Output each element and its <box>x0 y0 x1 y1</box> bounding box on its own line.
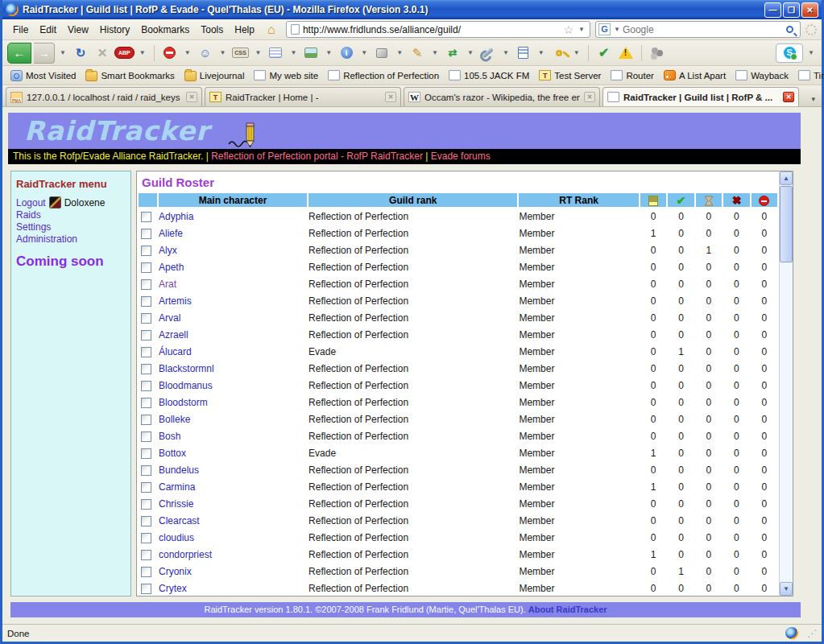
forms-icon[interactable] <box>266 43 285 63</box>
resize-icon[interactable] <box>443 43 462 63</box>
images-icon[interactable] <box>301 43 321 63</box>
bookmark-item[interactable]: TTest Server <box>536 68 604 82</box>
character-link[interactable]: Alyx <box>159 245 177 256</box>
character-link[interactable]: Clearcast <box>159 515 200 526</box>
skype-dropdown-icon[interactable]: ▼ <box>805 49 817 56</box>
footer-link[interactable]: About <box>528 605 554 614</box>
character-link[interactable]: Azraell <box>159 329 188 341</box>
row-checkbox[interactable] <box>141 499 151 510</box>
options-dropdown-icon[interactable]: ▼ <box>571 49 582 56</box>
bookmark-item[interactable]: Reflection of Perfection <box>325 68 442 82</box>
character-link[interactable]: Bottox <box>159 448 186 459</box>
close-button[interactable]: ✕ <box>801 2 818 18</box>
url-input[interactable] <box>303 24 561 35</box>
row-checkbox[interactable] <box>141 347 151 357</box>
row-checkbox[interactable] <box>141 567 151 577</box>
view-source-icon[interactable] <box>514 43 533 63</box>
scrollbar-thumb[interactable] <box>780 186 793 262</box>
menu-bookmarks[interactable]: Bookmarks <box>135 22 195 38</box>
bookmark-item[interactable]: 105.5 JACK FM <box>445 68 532 82</box>
character-link[interactable]: Bloodstorm <box>159 397 208 408</box>
minimize-button[interactable]: — <box>764 2 781 18</box>
bookmark-item[interactable]: My web site <box>251 68 321 82</box>
character-link[interactable]: condorpriest <box>159 549 212 560</box>
character-link[interactable]: Cryonix <box>159 566 192 577</box>
character-link[interactable]: Bundelus <box>159 464 199 476</box>
skype-icon[interactable]: S <box>776 43 803 63</box>
row-checkbox[interactable] <box>141 262 151 273</box>
validator-warning-icon[interactable] <box>616 43 636 63</box>
character-link[interactable]: Arval <box>159 312 180 324</box>
adblock-icon[interactable]: ABP <box>114 43 135 63</box>
row-checkbox[interactable] <box>141 330 151 341</box>
resize-grip[interactable]: ⋰ <box>807 628 817 639</box>
css-icon[interactable]: CSS <box>230 43 250 63</box>
search-bar[interactable]: G ▼ <box>595 21 801 38</box>
row-checkbox[interactable] <box>141 381 151 391</box>
bookmark-item[interactable]: TinyURL <box>795 68 824 82</box>
footer-link[interactable]: RaidTracker <box>557 605 607 614</box>
bookmark-item[interactable]: Wayback <box>732 68 792 82</box>
sidebar-item-settings[interactable]: Settings <box>16 221 126 233</box>
bookmark-star-icon[interactable]: ☆ <box>561 23 577 36</box>
row-checkbox[interactable] <box>141 212 151 222</box>
row-checkbox[interactable] <box>141 550 151 560</box>
character-link[interactable]: Álucard <box>159 346 192 357</box>
banner-link[interactable]: Evade forums <box>431 151 491 162</box>
character-link[interactable]: Aliefe <box>159 228 183 239</box>
row-checkbox[interactable] <box>141 229 151 239</box>
home-icon[interactable]: ⌂ <box>262 23 281 37</box>
scrollbar-down-button[interactable]: ▼ <box>780 582 793 596</box>
stop-icon[interactable] <box>93 43 112 63</box>
tab-close-icon[interactable]: ✕ <box>584 92 595 102</box>
maximize-button[interactable]: ❐ <box>783 2 800 18</box>
menu-edit[interactable]: Edit <box>34 22 62 38</box>
row-checkbox[interactable] <box>141 246 151 256</box>
sidebar-item-raids[interactable]: Raids <box>16 209 126 221</box>
scrollbar-up-button[interactable]: ▲ <box>780 171 793 185</box>
row-checkbox[interactable] <box>141 431 151 442</box>
row-checkbox[interactable] <box>141 448 151 459</box>
bookmark-item[interactable]: Livejournal <box>181 68 248 83</box>
resize-dropdown-icon[interactable]: ▼ <box>465 49 476 56</box>
miscellaneous-dropdown-icon[interactable]: ▼ <box>394 49 405 56</box>
tools-icon[interactable] <box>478 43 498 63</box>
character-link[interactable]: Arat <box>159 279 176 290</box>
character-link[interactable]: Apeth <box>159 262 184 273</box>
disable-dropdown-icon[interactable]: ▼ <box>182 49 193 56</box>
menu-file[interactable]: File <box>7 22 34 38</box>
character-link[interactable]: Artemis <box>159 295 192 307</box>
banner-link[interactable]: Reflection of Perfection portal - RofP R… <box>211 151 423 162</box>
cookies-icon[interactable] <box>196 43 215 63</box>
row-checkbox[interactable] <box>141 279 151 290</box>
bookmark-item[interactable]: A List Apart <box>660 68 729 82</box>
back-history-dropdown-icon[interactable]: ▼ <box>57 49 68 56</box>
back-icon[interactable] <box>7 43 31 64</box>
images-dropdown-icon[interactable]: ▼ <box>323 49 334 56</box>
search-go-icon[interactable] <box>786 26 793 33</box>
character-link[interactable]: cloudius <box>159 532 194 543</box>
validator-check-icon[interactable] <box>594 43 614 63</box>
row-checkbox[interactable] <box>141 313 151 324</box>
adblock-dropdown-icon[interactable]: ▼ <box>137 49 148 56</box>
sidebar-item-administration[interactable]: Administration <box>16 233 126 246</box>
outline-dropdown-icon[interactable]: ▼ <box>429 49 441 56</box>
tab-close-icon[interactable]: ✕ <box>385 92 396 102</box>
css-dropdown-icon[interactable]: ▼ <box>252 49 263 56</box>
view-source-dropdown-icon[interactable]: ▼ <box>536 49 547 56</box>
menu-help[interactable]: Help <box>229 22 260 38</box>
character-link[interactable]: Blackstormnl <box>159 363 214 374</box>
logout-link[interactable]: Logout <box>16 197 46 208</box>
tab-list-dropdown-icon[interactable]: ▾ <box>808 95 818 106</box>
row-checkbox[interactable] <box>141 415 151 425</box>
tab[interactable]: WOccam's razor - Wikipedia, the free en.… <box>404 87 600 106</box>
molecule-icon[interactable] <box>648 43 667 63</box>
row-checkbox[interactable] <box>141 296 151 307</box>
scrollbar-track[interactable]: ▲ ▼ <box>779 171 793 596</box>
miscellaneous-icon[interactable] <box>372 43 391 63</box>
tab-close-icon[interactable]: ✕ <box>186 92 197 102</box>
options-icon[interactable] <box>549 43 569 63</box>
reload-icon[interactable] <box>71 43 90 63</box>
forms-dropdown-icon[interactable]: ▼ <box>288 49 299 56</box>
outline-icon[interactable] <box>408 43 427 63</box>
